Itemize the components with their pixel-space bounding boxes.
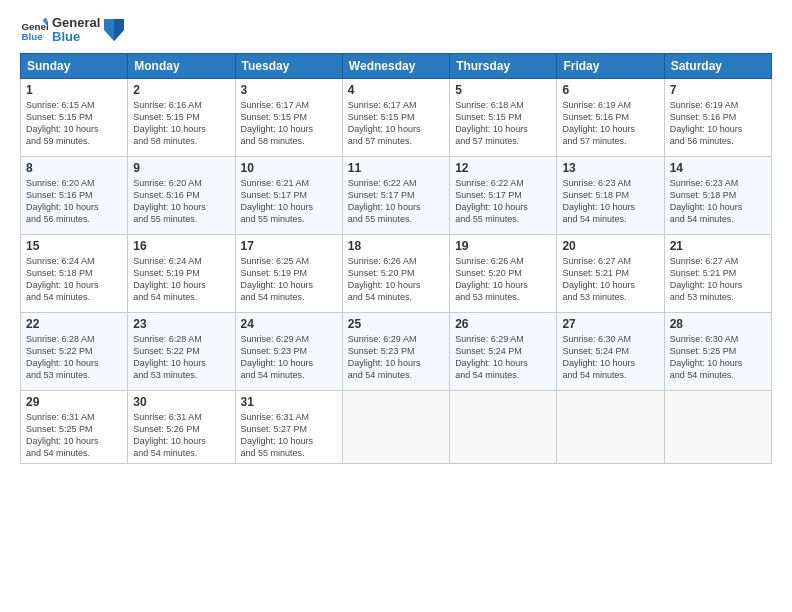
- sunset-label: Sunset: 5:16 PM: [562, 112, 629, 122]
- sunset-label: Sunset: 5:20 PM: [348, 268, 415, 278]
- calendar-cell: 15 Sunrise: 6:24 AM Sunset: 5:18 PM Dayl…: [21, 234, 128, 312]
- sunset-label: Sunset: 5:23 PM: [241, 346, 308, 356]
- sunrise-label: Sunrise: 6:30 AM: [670, 334, 739, 344]
- day-number: 22: [26, 317, 122, 331]
- day-number: 7: [670, 83, 766, 97]
- daylight-label: Daylight: 10 hours: [670, 124, 743, 134]
- calendar-cell: 17 Sunrise: 6:25 AM Sunset: 5:19 PM Dayl…: [235, 234, 342, 312]
- sunset-label: Sunset: 5:23 PM: [348, 346, 415, 356]
- day-info: Sunrise: 6:18 AM Sunset: 5:15 PM Dayligh…: [455, 99, 551, 148]
- day-number: 29: [26, 395, 122, 409]
- weekday-header: Saturday: [664, 53, 771, 78]
- sunset-label: Sunset: 5:24 PM: [562, 346, 629, 356]
- sunset-label: Sunset: 5:15 PM: [455, 112, 522, 122]
- day-info: Sunrise: 6:23 AM Sunset: 5:18 PM Dayligh…: [670, 177, 766, 226]
- day-info: Sunrise: 6:28 AM Sunset: 5:22 PM Dayligh…: [133, 333, 229, 382]
- daylight-minutes: and 55 minutes.: [133, 214, 197, 224]
- sunset-label: Sunset: 5:21 PM: [670, 268, 737, 278]
- day-info: Sunrise: 6:28 AM Sunset: 5:22 PM Dayligh…: [26, 333, 122, 382]
- calendar-cell: 18 Sunrise: 6:26 AM Sunset: 5:20 PM Dayl…: [342, 234, 449, 312]
- daylight-minutes: and 53 minutes.: [26, 370, 90, 380]
- daylight-minutes: and 54 minutes.: [133, 448, 197, 458]
- day-info: Sunrise: 6:23 AM Sunset: 5:18 PM Dayligh…: [562, 177, 658, 226]
- sunrise-label: Sunrise: 6:23 AM: [670, 178, 739, 188]
- sunset-label: Sunset: 5:25 PM: [26, 424, 93, 434]
- sunset-label: Sunset: 5:16 PM: [26, 190, 93, 200]
- daylight-minutes: and 54 minutes.: [241, 370, 305, 380]
- day-number: 3: [241, 83, 337, 97]
- logo: General Blue General Blue: [20, 16, 124, 45]
- sunset-label: Sunset: 5:18 PM: [562, 190, 629, 200]
- day-number: 14: [670, 161, 766, 175]
- day-info: Sunrise: 6:16 AM Sunset: 5:15 PM Dayligh…: [133, 99, 229, 148]
- sunrise-label: Sunrise: 6:24 AM: [26, 256, 95, 266]
- daylight-minutes: and 55 minutes.: [348, 214, 412, 224]
- daylight-label: Daylight: 10 hours: [455, 124, 528, 134]
- calendar-cell: 31 Sunrise: 6:31 AM Sunset: 5:27 PM Dayl…: [235, 390, 342, 464]
- day-info: Sunrise: 6:27 AM Sunset: 5:21 PM Dayligh…: [670, 255, 766, 304]
- daylight-label: Daylight: 10 hours: [133, 202, 206, 212]
- sunrise-label: Sunrise: 6:29 AM: [455, 334, 524, 344]
- sunrise-label: Sunrise: 6:31 AM: [241, 412, 310, 422]
- sunrise-label: Sunrise: 6:19 AM: [562, 100, 631, 110]
- day-number: 24: [241, 317, 337, 331]
- calendar-cell: 1 Sunrise: 6:15 AM Sunset: 5:15 PM Dayli…: [21, 78, 128, 156]
- sunrise-label: Sunrise: 6:23 AM: [562, 178, 631, 188]
- sunrise-label: Sunrise: 6:31 AM: [26, 412, 95, 422]
- daylight-minutes: and 57 minutes.: [562, 136, 626, 146]
- sunset-label: Sunset: 5:16 PM: [133, 190, 200, 200]
- day-info: Sunrise: 6:15 AM Sunset: 5:15 PM Dayligh…: [26, 99, 122, 148]
- calendar-cell: 30 Sunrise: 6:31 AM Sunset: 5:26 PM Dayl…: [128, 390, 235, 464]
- day-number: 20: [562, 239, 658, 253]
- day-number: 6: [562, 83, 658, 97]
- weekday-header: Monday: [128, 53, 235, 78]
- sunset-label: Sunset: 5:15 PM: [241, 112, 308, 122]
- daylight-minutes: and 53 minutes.: [562, 292, 626, 302]
- sunrise-label: Sunrise: 6:19 AM: [670, 100, 739, 110]
- daylight-minutes: and 53 minutes.: [670, 292, 734, 302]
- calendar-cell: 10 Sunrise: 6:21 AM Sunset: 5:17 PM Dayl…: [235, 156, 342, 234]
- daylight-minutes: and 54 minutes.: [670, 370, 734, 380]
- calendar-cell: 4 Sunrise: 6:17 AM Sunset: 5:15 PM Dayli…: [342, 78, 449, 156]
- svg-marker-5: [114, 19, 124, 41]
- sunrise-label: Sunrise: 6:25 AM: [241, 256, 310, 266]
- day-number: 21: [670, 239, 766, 253]
- calendar-cell: [450, 390, 557, 464]
- daylight-minutes: and 54 minutes.: [562, 370, 626, 380]
- daylight-minutes: and 53 minutes.: [455, 292, 519, 302]
- day-info: Sunrise: 6:30 AM Sunset: 5:25 PM Dayligh…: [670, 333, 766, 382]
- day-number: 28: [670, 317, 766, 331]
- daylight-minutes: and 54 minutes.: [455, 370, 519, 380]
- day-number: 16: [133, 239, 229, 253]
- sunset-label: Sunset: 5:25 PM: [670, 346, 737, 356]
- daylight-minutes: and 56 minutes.: [670, 136, 734, 146]
- sunset-label: Sunset: 5:15 PM: [133, 112, 200, 122]
- day-number: 15: [26, 239, 122, 253]
- daylight-minutes: and 59 minutes.: [26, 136, 90, 146]
- calendar-cell: 20 Sunrise: 6:27 AM Sunset: 5:21 PM Dayl…: [557, 234, 664, 312]
- daylight-label: Daylight: 10 hours: [562, 358, 635, 368]
- sunset-label: Sunset: 5:27 PM: [241, 424, 308, 434]
- sunrise-label: Sunrise: 6:17 AM: [241, 100, 310, 110]
- day-number: 8: [26, 161, 122, 175]
- day-info: Sunrise: 6:21 AM Sunset: 5:17 PM Dayligh…: [241, 177, 337, 226]
- sunset-label: Sunset: 5:17 PM: [455, 190, 522, 200]
- day-number: 26: [455, 317, 551, 331]
- calendar-cell: [664, 390, 771, 464]
- sunrise-label: Sunrise: 6:29 AM: [241, 334, 310, 344]
- daylight-minutes: and 54 minutes.: [26, 448, 90, 458]
- sunrise-label: Sunrise: 6:18 AM: [455, 100, 524, 110]
- day-number: 17: [241, 239, 337, 253]
- sunrise-label: Sunrise: 6:16 AM: [133, 100, 202, 110]
- daylight-label: Daylight: 10 hours: [670, 202, 743, 212]
- calendar-cell: 9 Sunrise: 6:20 AM Sunset: 5:16 PM Dayli…: [128, 156, 235, 234]
- header: General Blue General Blue: [20, 16, 772, 45]
- logo-icon: General Blue: [20, 16, 48, 44]
- daylight-label: Daylight: 10 hours: [455, 358, 528, 368]
- sunset-label: Sunset: 5:22 PM: [133, 346, 200, 356]
- weekday-header: Sunday: [21, 53, 128, 78]
- day-info: Sunrise: 6:30 AM Sunset: 5:24 PM Dayligh…: [562, 333, 658, 382]
- day-info: Sunrise: 6:20 AM Sunset: 5:16 PM Dayligh…: [133, 177, 229, 226]
- daylight-minutes: and 55 minutes.: [241, 448, 305, 458]
- calendar-cell: 21 Sunrise: 6:27 AM Sunset: 5:21 PM Dayl…: [664, 234, 771, 312]
